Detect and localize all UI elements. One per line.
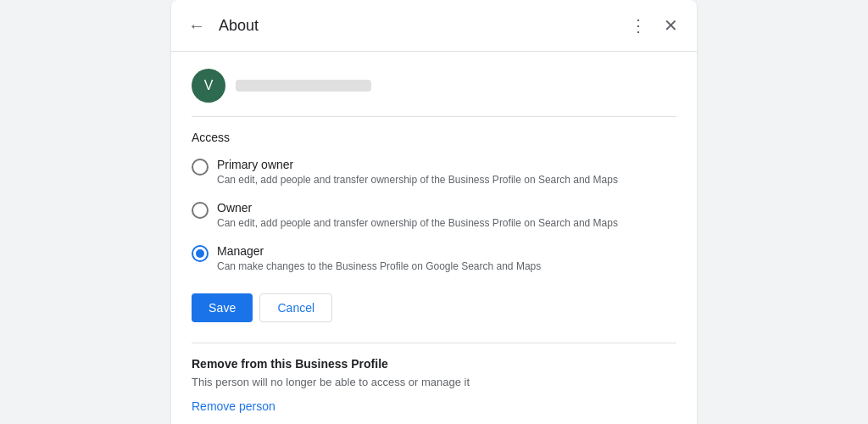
role-desc-primary-owner: Can edit, add people and transfer owners… bbox=[217, 173, 618, 187]
remove-section: Remove from this Business Profile This p… bbox=[192, 343, 676, 414]
page-title: About bbox=[219, 17, 259, 35]
back-icon: ← bbox=[188, 16, 205, 36]
radio-manager[interactable] bbox=[192, 245, 209, 262]
close-icon: ✕ bbox=[664, 15, 678, 36]
back-button[interactable]: ← bbox=[185, 13, 209, 39]
action-buttons: Save Cancel bbox=[192, 293, 676, 322]
avatar: V bbox=[192, 69, 225, 103]
cancel-button[interactable]: Cancel bbox=[259, 293, 332, 322]
user-row: V bbox=[192, 69, 676, 117]
role-name-owner: Owner bbox=[217, 201, 618, 215]
role-text-primary-owner: Primary owner Can edit, add people and t… bbox=[217, 158, 618, 187]
remove-title: Remove from this Business Profile bbox=[192, 357, 676, 371]
role-name-primary-owner: Primary owner bbox=[217, 158, 618, 171]
role-name-manager: Manager bbox=[217, 244, 541, 258]
radio-item-primary-owner[interactable]: Primary owner Can edit, add people and t… bbox=[192, 158, 676, 187]
user-name-blurred bbox=[236, 80, 371, 92]
radio-owner[interactable] bbox=[192, 202, 209, 219]
role-desc-owner: Can edit, add people and transfer owners… bbox=[217, 216, 618, 231]
main-card: ← About ⋮ ✕ V Access Primary own bbox=[171, 0, 697, 424]
access-section-label: Access bbox=[192, 131, 676, 144]
body: V Access Primary owner Can edit, add peo… bbox=[171, 52, 697, 424]
role-radio-group: Primary owner Can edit, add people and t… bbox=[192, 158, 676, 273]
radio-item-manager[interactable]: Manager Can make changes to the Business… bbox=[192, 244, 676, 274]
radio-item-owner[interactable]: Owner Can edit, add people and transfer … bbox=[192, 201, 676, 231]
remove-description: This person will no longer be able to ac… bbox=[192, 376, 676, 388]
more-options-button[interactable]: ⋮ bbox=[625, 10, 652, 41]
close-button[interactable]: ✕ bbox=[659, 10, 683, 41]
remove-person-link[interactable]: Remove person bbox=[192, 399, 275, 413]
more-icon: ⋮ bbox=[630, 15, 647, 36]
save-button[interactable]: Save bbox=[192, 293, 253, 322]
radio-primary-owner[interactable] bbox=[192, 159, 209, 176]
header-left: ← About bbox=[185, 13, 259, 39]
header: ← About ⋮ ✕ bbox=[171, 0, 697, 52]
header-right: ⋮ ✕ bbox=[625, 10, 683, 41]
role-desc-manager: Can make changes to the Business Profile… bbox=[217, 259, 541, 274]
role-text-manager: Manager Can make changes to the Business… bbox=[217, 244, 541, 274]
role-text-owner: Owner Can edit, add people and transfer … bbox=[217, 201, 618, 231]
